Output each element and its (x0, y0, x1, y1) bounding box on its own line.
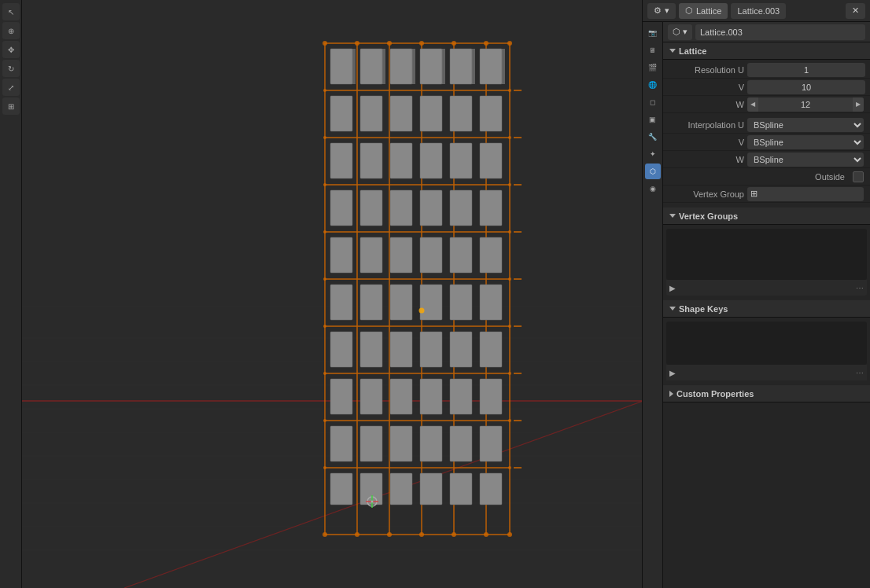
svg-rect-94 (480, 426, 502, 461)
modifier-icon[interactable]: 🔧 (645, 129, 661, 145)
svg-rect-88 (480, 379, 502, 414)
svg-rect-43 (390, 49, 412, 84)
transform-icon[interactable]: ⊞ (2, 97, 20, 115)
svg-point-127 (508, 277, 511, 281)
world-icon[interactable]: ◻ (645, 94, 661, 110)
vertex-groups-expand-btn[interactable]: ▶ (669, 284, 676, 292)
svg-rect-50 (420, 96, 442, 131)
vertex-groups-header[interactable]: Vertex Groups (663, 208, 870, 225)
object-name-input[interactable] (695, 24, 865, 40)
properties-content: ⬡ ▾ Lattice Resolution U V (663, 22, 870, 588)
close-panel-btn[interactable]: ✕ (846, 3, 865, 19)
shape-keys-expand-btn[interactable]: ▶ (669, 369, 676, 377)
dropdown-icon: ▾ (665, 6, 669, 16)
panel-inner: 📷 🖥 🎬 🌐 ◻ ▣ 🔧 ✦ ⬡ ◉ ⬡ ▾ (643, 22, 870, 588)
svg-rect-95 (330, 473, 352, 505)
vertex-groups-content: ▶ ⋯ (663, 225, 870, 300)
outside-label: Outside (815, 172, 845, 182)
vertex-groups-dots[interactable]: ⋯ (856, 284, 864, 292)
shape-keys-dots[interactable]: ⋯ (856, 369, 864, 377)
svg-rect-41 (330, 49, 352, 84)
svg-point-111 (323, 41, 327, 46)
svg-rect-70 (480, 237, 502, 273)
cursor-icon[interactable]: ⊕ (2, 22, 20, 39)
tab-lattice-003[interactable]: Lattice.003 (731, 3, 786, 19)
resolution-v-row: V (663, 79, 870, 96)
resolution-v-input[interactable] (747, 80, 865, 94)
resolution-w-decrease[interactable]: ◀ (747, 97, 758, 112)
svg-point-129 (508, 325, 511, 328)
svg-point-122 (323, 183, 326, 186)
output-icon[interactable]: 🖥 (645, 42, 661, 58)
svg-rect-76 (480, 285, 502, 320)
svg-point-116 (484, 41, 488, 46)
shape-keys-footer: ▶ ⋯ (666, 365, 867, 380)
interpolation-u-row: Interpolation U BSpline (663, 116, 870, 134)
outside-checkbox[interactable] (853, 171, 864, 182)
svg-point-132 (323, 419, 326, 422)
interpolation-w-label: W (669, 155, 744, 164)
interpolation-v-select[interactable]: BSpline (747, 135, 864, 149)
shape-keys-header[interactable]: Shape Keys (663, 300, 870, 318)
svg-rect-42 (360, 49, 382, 84)
svg-rect-92 (420, 426, 442, 461)
svg-rect-61 (390, 190, 412, 226)
svg-point-114 (419, 41, 424, 46)
svg-point-130 (323, 372, 326, 375)
svg-rect-97 (390, 473, 412, 505)
svg-rect-79 (390, 332, 412, 367)
shape-keys-content: ▶ ⋯ (663, 318, 870, 385)
resolution-w-row: W ◀ 12 ▶ (663, 96, 870, 113)
svg-point-118 (323, 89, 326, 92)
svg-rect-99 (450, 473, 472, 505)
object-selector-dropdown[interactable]: ⬡ ▾ (668, 24, 692, 40)
lattice-section-content: Resolution U V W ◀ 12 ▶ (663, 60, 870, 204)
svg-point-128 (323, 325, 326, 328)
tab-lattice[interactable]: ⬡ Lattice (679, 3, 728, 19)
shape-keys-list (666, 322, 867, 365)
svg-rect-100 (480, 473, 502, 505)
material-icon[interactable]: ◉ (645, 181, 661, 197)
svg-point-135 (508, 466, 511, 469)
settings-icon: ⚙ (654, 6, 662, 16)
lattice-section-header[interactable]: Lattice (663, 42, 870, 60)
vertex-groups-footer: ▶ ⋯ (666, 280, 867, 296)
interpolation-u-label: Interpolation U (669, 120, 744, 130)
data-icon[interactable]: ⬡ (645, 164, 661, 179)
viewport-3d[interactable] (22, 0, 642, 588)
svg-rect-68 (420, 237, 442, 273)
svg-rect-47 (330, 96, 352, 131)
svg-point-124 (323, 230, 326, 233)
svg-point-139 (419, 532, 424, 537)
rotate-icon[interactable]: ↻ (2, 60, 20, 77)
svg-rect-105 (472, 49, 475, 84)
custom-properties-header[interactable]: Custom Properties (663, 385, 870, 402)
svg-point-119 (508, 89, 511, 92)
object-icon[interactable]: ▣ (645, 112, 661, 127)
svg-point-115 (452, 41, 456, 46)
svg-point-136 (323, 532, 327, 537)
move-icon[interactable]: ✥ (2, 41, 20, 58)
scene-icon[interactable]: 🌐 (645, 77, 661, 93)
view-layer-icon[interactable]: 🎬 (645, 60, 661, 75)
left-toolbar: ↖ ⊕ ✥ ↻ ⤢ ⊞ (0, 0, 22, 588)
scale-icon[interactable]: ⤢ (2, 79, 20, 96)
panel-settings-btn[interactable]: ⚙ ▾ (647, 3, 676, 19)
interpolation-w-select[interactable]: BSpline (747, 153, 864, 167)
select-icon[interactable]: ↖ (2, 3, 20, 20)
particles-icon[interactable]: ✦ (645, 146, 661, 162)
resolution-u-input[interactable] (747, 63, 865, 77)
svg-rect-72 (360, 285, 382, 320)
interpolation-u-select[interactable]: BSpline (747, 118, 864, 132)
resolution-w-increase[interactable]: ▶ (853, 97, 864, 112)
properties-sidebar: 📷 🖥 🎬 🌐 ◻ ▣ 🔧 ✦ ⬡ ◉ (643, 22, 663, 588)
svg-point-142 (507, 532, 512, 537)
resolution-w-value: 12 (758, 100, 853, 109)
render-icon[interactable]: 📷 (645, 25, 661, 41)
svg-rect-77 (330, 332, 352, 367)
interpolation-v-label: V (669, 138, 744, 147)
svg-rect-65 (330, 237, 352, 273)
custom-properties-title: Custom Properties (676, 389, 754, 399)
svg-point-141 (484, 532, 488, 537)
svg-point-131 (508, 372, 511, 375)
